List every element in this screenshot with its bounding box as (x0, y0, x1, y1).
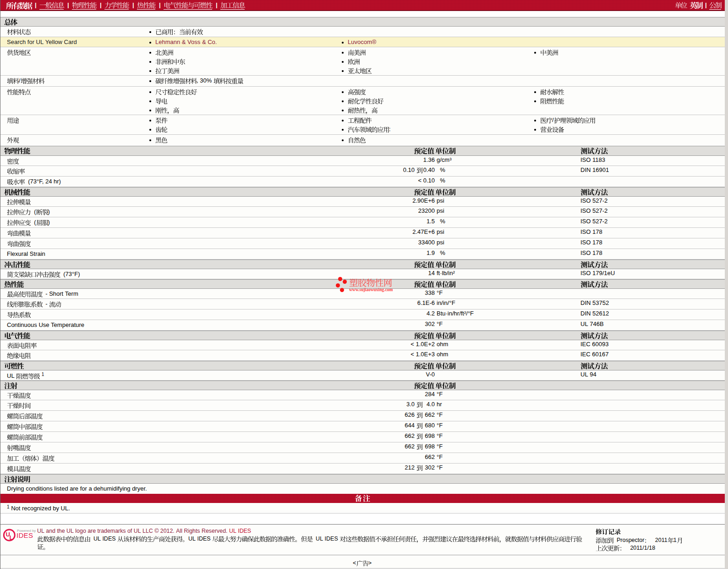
svg-text:L: L (9, 534, 13, 541)
